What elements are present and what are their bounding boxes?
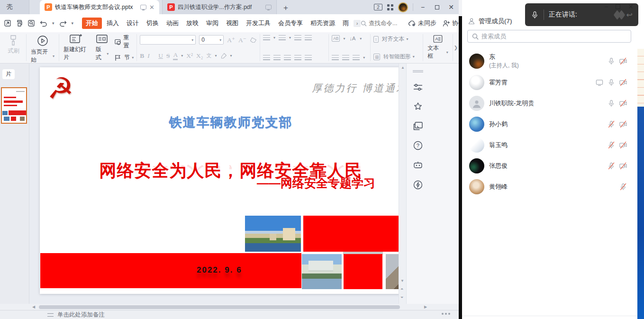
menu-overflow-icon[interactable]: › [354, 20, 361, 27]
previous-slide-double-icon[interactable]: ⏶ [400, 287, 404, 292]
next-slide-double-icon[interactable]: ⏷ [400, 295, 404, 300]
previous-slide-icon[interactable]: ▼ [400, 279, 404, 283]
org-title-text[interactable]: 铁道车辆教师党支部 [40, 114, 422, 131]
export-icon[interactable] [4, 19, 11, 27]
screen-share-icon[interactable] [596, 79, 603, 86]
slides-pane-tab[interactable]: 片 [2, 69, 15, 79]
notes-bar[interactable]: 单击此处添加备注 [0, 310, 459, 319]
assistant-robot-icon[interactable] [413, 161, 423, 170]
menu-tab-view[interactable]: 视图 [223, 18, 241, 29]
line-spacing-1-icon[interactable] [332, 55, 339, 60]
mic-off-icon[interactable] [619, 183, 627, 191]
decrease-indent-icon[interactable] [294, 35, 301, 40]
font-name-combo[interactable]: ▾ [140, 35, 196, 45]
duplicate-icon[interactable] [413, 122, 423, 130]
camera-off-icon[interactable] [619, 120, 627, 128]
camera-off-icon[interactable] [619, 162, 627, 170]
slide-1[interactable]: ☭ 厚德力行 博道通术 铁道车辆教师党支部 网络安全为人民，网络安全靠人民 ——… [40, 67, 422, 294]
line-spacing-3-icon[interactable] [353, 55, 360, 60]
member-search-box[interactable] [467, 30, 631, 43]
sync-status[interactable]: 未同步 [408, 19, 436, 27]
menu-tab-member[interactable]: 会员专享 [275, 18, 306, 29]
effects-star-icon[interactable] [413, 102, 423, 111]
menu-tab-transition[interactable]: 切换 [144, 18, 162, 29]
align-center-icon[interactable] [273, 55, 281, 60]
menu-tab-slideshow[interactable]: 放映 [183, 18, 201, 29]
menu-tab-docer[interactable]: 稻壳资源 [308, 18, 338, 29]
new-tab-button[interactable]: + [283, 3, 288, 14]
numbered-list-icon[interactable] [279, 35, 286, 40]
increase-indent-icon[interactable] [305, 35, 312, 40]
campus-photo-1[interactable] [245, 216, 301, 252]
new-slide-button[interactable]: 新建幻灯片 [62, 34, 90, 62]
text-direction-icon[interactable]: AB [332, 35, 340, 42]
tab-docer-partial[interactable]: 壳 [0, 0, 29, 14]
font-color-dropdown-icon[interactable]: ▾ [181, 54, 183, 58]
to-smart-graphic-button[interactable]: 转智能图形▾ [383, 53, 415, 60]
member-row[interactable]: 张思俊 [462, 155, 637, 176]
notes-placeholder[interactable]: 单击此处添加备注 [57, 311, 105, 319]
properties-sliders-icon[interactable] [413, 83, 423, 91]
clear-format-icon[interactable] [250, 37, 257, 43]
reset-button[interactable]: 重置 [115, 34, 134, 50]
tab-monitor-icon[interactable] [140, 5, 146, 9]
date-text[interactable]: 2022. 9. 6 [197, 265, 242, 275]
scroll-right-icon[interactable]: ▶ [424, 305, 427, 309]
justify-icon[interactable] [294, 55, 301, 60]
increase-font-icon[interactable]: A⁺ [227, 36, 235, 44]
menu-tab-animation[interactable]: 动画 [163, 18, 181, 29]
member-row[interactable]: 翁玉鸣 [462, 135, 637, 155]
menu-tab-devtools[interactable]: 开发工具 [243, 18, 273, 29]
camera-off-icon[interactable] [619, 57, 627, 65]
bold-button[interactable]: B [140, 52, 144, 60]
italic-button[interactable]: I [147, 52, 155, 60]
wps-maximize-button[interactable] [432, 3, 442, 11]
inspiration-bolt-icon[interactable] [413, 180, 423, 190]
line-spacing-2-icon[interactable] [342, 55, 349, 60]
text-box-button[interactable]: A 文本框▾ [426, 35, 449, 60]
mic-on-icon[interactable] [608, 100, 615, 107]
horizontal-scrollbar[interactable]: ◀ ▶ [0, 304, 459, 310]
tab-close-icon[interactable]: ✕ [149, 4, 154, 11]
mic-off-icon[interactable] [608, 120, 615, 128]
distribute-icon[interactable] [305, 55, 312, 60]
mic-off-icon[interactable] [608, 141, 615, 149]
hscroll-thumb[interactable] [39, 305, 400, 309]
campus-photo-2[interactable] [302, 254, 342, 289]
wps-close-button[interactable]: ✕ [446, 3, 456, 11]
menu-tab-insert[interactable]: 插入 [104, 18, 122, 29]
camera-off-icon[interactable] [619, 100, 627, 107]
member-row[interactable]: 东(主持人, 我) [462, 50, 637, 72]
menu-tab-review[interactable]: 审阅 [203, 18, 221, 29]
format-painter-button[interactable]: 式刷 [4, 35, 23, 55]
camera-off-icon[interactable] [619, 141, 627, 149]
menu-tab-home[interactable]: 开始 [82, 18, 102, 29]
user-avatar[interactable] [398, 2, 408, 12]
font-color-button[interactable]: A [173, 51, 178, 60]
member-row[interactable]: 黄翎峰 [462, 176, 637, 197]
undo-dropdown-icon[interactable]: ▾ [52, 21, 54, 26]
play-from-current-button[interactable]: 当页开始▾ [29, 35, 56, 64]
app-grid-icon[interactable] [387, 4, 393, 10]
vertical-scrollbar[interactable]: ▲ ▼ ⏶ ⏷ [399, 64, 406, 304]
red-block-2[interactable] [344, 254, 382, 289]
camera-off-icon[interactable] [619, 79, 627, 86]
tab-monitor-icon[interactable] [265, 5, 272, 9]
subscript-button[interactable]: X₂ [196, 52, 203, 60]
underline-button[interactable]: U [158, 52, 163, 60]
red-banner[interactable]: 2022. 9. 6 [40, 253, 301, 288]
scroll-up-icon[interactable]: ▲ [401, 65, 405, 70]
redo-icon[interactable] [59, 20, 67, 27]
panel-drag-handle[interactable] [413, 70, 423, 73]
member-row[interactable]: 霍芳霄 [462, 72, 637, 93]
more-dots-icon[interactable] [442, 313, 450, 315]
strike-button[interactable]: S [166, 52, 170, 60]
scroll-left-icon[interactable]: ◀ [32, 305, 35, 309]
find-command-input[interactable] [369, 20, 402, 27]
superscript-button[interactable]: X² [186, 52, 193, 60]
tab-pdf[interactable]: P 四川铁道职业学...作方案.pdf [162, 0, 277, 14]
align-left-icon[interactable] [263, 55, 270, 60]
phonetic-guide-button[interactable]: 文 [207, 52, 212, 59]
qa-more-icon[interactable]: ▾ [72, 21, 74, 26]
window-manage-icon[interactable]: 2 [374, 4, 382, 10]
